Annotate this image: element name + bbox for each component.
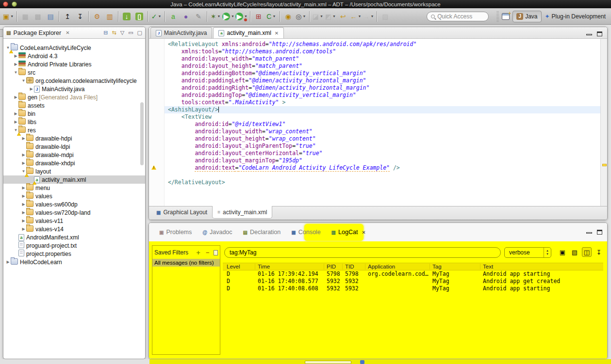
tree-expand-arrow[interactable]: ▶: [13, 120, 18, 124]
code-line-20[interactable]: </RelativeLayout>: [165, 179, 600, 186]
add-filter-button[interactable]: ＋: [195, 248, 201, 257]
tree-expand-arrow[interactable]: ▶: [21, 136, 26, 141]
external-tools-button[interactable]: ▶▼: [235, 11, 248, 22]
log-level-select[interactable]: verbose ▲▼: [504, 247, 551, 258]
open-perspective-button[interactable]: [502, 13, 510, 20]
tree-expand-arrow[interactable]: ▶: [21, 186, 26, 190]
tree-expand-arrow[interactable]: ▶: [21, 210, 26, 215]
tree-item-android-4-3[interactable]: ▶Android 4.3: [3, 52, 145, 60]
new-wizard-button[interactable]: ▣▼: [2, 11, 14, 22]
tree-item-androidmanifest-xml[interactable]: aAndroidManifest.xml: [3, 233, 145, 241]
code-line-1[interactable]: <RelativeLayout xmlns:android="http://sc…: [165, 41, 600, 48]
tree-scrollbar[interactable]: [140, 102, 144, 165]
web-browser-globe-button[interactable]: ●: [180, 11, 192, 22]
console-tab-javadoc[interactable]: @Javadoc: [197, 223, 237, 241]
tree-item-drawable-hdpi[interactable]: ▶drawable-hdpi: [3, 134, 145, 142]
editor-mode-tab-activity-main-xml[interactable]: ≡activity_main.xml: [212, 206, 272, 219]
column-header-level[interactable]: Level: [227, 264, 240, 269]
column-header-application[interactable]: Application: [368, 264, 395, 269]
search-button[interactable]: ◎▼: [295, 11, 307, 22]
tree-item-drawable-mdpi[interactable]: ▶drawable-mdpi: [3, 151, 145, 159]
scroll-to-end-button[interactable]: ↧: [594, 247, 604, 257]
code-line-4[interactable]: android:layout_height="match_parent": [165, 63, 600, 70]
minimize-icon[interactable]: [586, 232, 592, 234]
ant-build-button[interactable]: ⚙: [91, 11, 103, 22]
check-dropdown-button[interactable]: ✓▼: [150, 11, 162, 22]
code-editor[interactable]: <RelativeLayout xmlns:android="http://sc…: [149, 39, 607, 206]
save-log-button[interactable]: ▣: [558, 247, 567, 257]
console-tab-declaration[interactable]: ▤Declaration: [238, 223, 286, 241]
tree-expand-arrow[interactable]: ▶: [13, 62, 18, 66]
tree-item-android-private-libraries[interactable]: ▶Android Private Libraries: [3, 60, 145, 68]
code-line-7[interactable]: android:paddingRight="@dimen/activity_ho…: [165, 84, 600, 92]
tree-item-activity-main-xml[interactable]: aactivity_main.xml: [3, 175, 145, 184]
tree-item-values-v14[interactable]: ▶values-v14: [3, 225, 145, 233]
code-line-16[interactable]: android:layout_centerHorizontal="true": [165, 150, 600, 157]
open-resource-button[interactable]: ◉: [282, 11, 294, 22]
editor-tab-activity-main-xml[interactable]: aactivity_main.xml✕: [213, 27, 284, 38]
logcat-search-input[interactable]: tag:MyTag: [224, 247, 501, 258]
tree-expand-arrow[interactable]: ▶: [21, 194, 26, 198]
tree-item-bin[interactable]: ▶bin: [3, 110, 145, 118]
logcat-row-2[interactable]: D01-16 17:40:08.57759325932MyTagAndroid …: [223, 278, 603, 285]
all-messages-filter-item[interactable]: All messages (no filters): [152, 259, 220, 267]
close-window-button[interactable]: [3, 1, 8, 7]
tree-item-drawable-xhdpi[interactable]: ▶drawable-xhdpi: [3, 159, 145, 167]
tree-expand-arrow[interactable]: ▶: [13, 95, 18, 99]
status-icon[interactable]: [360, 360, 364, 364]
tree-item-codelearnactivitylifecycle[interactable]: ▼CodeLearnActivityLifeCycle: [3, 44, 145, 52]
tree-item-gen[interactable]: ▶gen [Generated Java Files]: [3, 93, 145, 101]
back-button[interactable]: ←▼: [350, 11, 362, 22]
tree-expand-arrow[interactable]: ▶: [21, 219, 26, 223]
code-line-19[interactable]: [165, 172, 600, 179]
code-line-10[interactable]: <AshishLayout/>: [165, 106, 600, 113]
minimize-view-button[interactable]: ▭: [128, 30, 133, 36]
tree-item-org-codelearn-codelearnactivitylifecycle[interactable]: ▼org.codelearn.codelearnactivitylifecycl…: [3, 77, 145, 85]
view-menu-button[interactable]: ▽: [120, 30, 124, 36]
package-explorer-tab[interactable]: ▤ Package Explorer ✕: [6, 30, 70, 36]
remove-filter-button[interactable]: －: [204, 248, 211, 257]
close-tab-icon[interactable]: ✕: [275, 31, 279, 36]
close-icon[interactable]: ✕: [66, 30, 69, 35]
edit-filter-button[interactable]: [214, 250, 218, 255]
tree-item-mainactivity-java[interactable]: ▶JMainActivity.java: [3, 85, 145, 93]
code-line-3[interactable]: android:layout_width="match_parent": [165, 55, 600, 63]
tree-item-assets[interactable]: assets: [3, 101, 145, 110]
code-line-13[interactable]: android:layout_width="wrap_content": [165, 128, 600, 135]
minimize-window-button[interactable]: [12, 1, 17, 7]
tree-item-drawable-ldpi[interactable]: drawable-ldpi: [3, 142, 145, 151]
tree-expand-arrow[interactable]: ▶: [21, 161, 26, 165]
perspective-bar-handle[interactable]: [496, 11, 499, 22]
code-line-15[interactable]: android:layout_alignParentTop="true": [165, 142, 600, 150]
link-with-editor-button[interactable]: ⇆: [112, 30, 116, 36]
logcat-row-3[interactable]: D01-16 17:40:08.60859325932MyTagAndroid …: [223, 285, 603, 292]
tree-expand-arrow[interactable]: ▶: [21, 227, 26, 231]
tree-item-values[interactable]: ▶values: [3, 192, 145, 200]
clear-log-button[interactable]: ▧: [570, 247, 579, 257]
code-line-6[interactable]: android:paddingLeft="@dimen/activity_hor…: [165, 77, 600, 84]
new-android-app-button[interactable]: a: [167, 11, 179, 22]
toggle-columns-button[interactable]: ◫: [582, 247, 592, 257]
previous-annotation-button[interactable]: ◩▼: [325, 11, 336, 22]
next-annotation-button[interactable]: ◪▼: [312, 11, 324, 22]
code-line-17[interactable]: android:layout_marginTop="195dp": [165, 157, 600, 164]
column-header-text[interactable]: Text: [483, 264, 493, 269]
new-class-button[interactable]: C▼: [265, 11, 277, 22]
editor-mode-tab-graphical-layout[interactable]: ▦Graphical Layout: [151, 206, 212, 218]
tree-item-libs[interactable]: ▶libs: [3, 118, 145, 126]
tree-expand-arrow[interactable]: ▼: [13, 70, 18, 75]
code-line-14[interactable]: android:layout_height="wrap_content": [165, 135, 600, 142]
tree-expand-arrow[interactable]: ▶: [29, 87, 34, 91]
tree-expand-arrow[interactable]: ▶: [21, 202, 26, 206]
tree-item-layout[interactable]: ▼layout: [3, 167, 145, 175]
tree-expand-arrow[interactable]: ▶: [21, 153, 26, 157]
tree-item-proguard-project-txt[interactable]: proguard-project.txt: [3, 241, 145, 250]
quick-access-input[interactable]: Quick Access: [427, 12, 489, 21]
tree-item-values-v11[interactable]: ▶values-v11: [3, 217, 145, 225]
plugin-dev-perspective-button[interactable]: ✦ Plug-in Development: [542, 11, 609, 22]
save-button[interactable]: ▦: [19, 11, 31, 22]
pin-editor-button[interactable]: ▨: [380, 11, 391, 22]
tree-item-hellocodelearn[interactable]: ▶HelloCodeLearn: [3, 258, 145, 266]
column-header-time[interactable]: Time: [258, 264, 270, 269]
coverage-grid-button[interactable]: ⊞: [253, 11, 264, 22]
